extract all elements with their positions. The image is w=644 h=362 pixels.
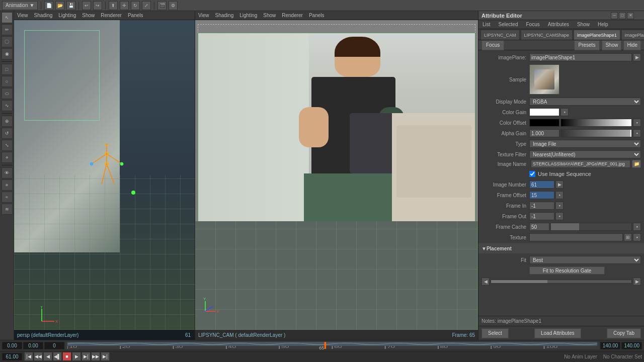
tab-imageplaneshape1[interactable]: imagePlaneShape1	[574, 30, 620, 40]
redo-icon[interactable]: ↪	[93, 1, 102, 10]
attr-show-menu[interactable]: Show	[576, 22, 591, 27]
attr-close-btn[interactable]: ✕	[627, 12, 634, 19]
go-start-btn[interactable]: |◀	[24, 352, 33, 361]
display-mode-dropdown[interactable]: RGBA	[529, 98, 641, 106]
timeline-ruler[interactable]: 10 20 30 40 50 60 70 80 90 100	[65, 342, 599, 349]
cam-viewport-content[interactable]: X Y	[195, 20, 478, 330]
undo-icon[interactable]: ↩	[82, 1, 91, 10]
cam-lighting-menu[interactable]: Lighting	[238, 13, 258, 18]
poly-cube-btn[interactable]: □	[2, 64, 13, 75]
scale-icon[interactable]: ⤡	[2, 140, 13, 151]
rotate-tool-icon[interactable]: ↻	[131, 1, 140, 10]
prev-frame-btn[interactable]: ◀	[43, 352, 52, 361]
3d-panels-menu[interactable]: Panels	[127, 13, 144, 18]
type-dropdown[interactable]: Image File	[529, 140, 641, 148]
go-end-btn[interactable]: ▶|	[101, 352, 110, 361]
play-back-btn[interactable]: ◀▌	[53, 352, 62, 361]
texture-input[interactable]	[529, 233, 623, 241]
next-key-btn[interactable]: ▶▶	[91, 352, 100, 361]
presets-button[interactable]: Presets	[574, 40, 600, 50]
attr-list-menu[interactable]: List	[481, 22, 492, 27]
move-icon[interactable]: ⊕	[2, 116, 13, 127]
texture-checker-btn[interactable]: ⊞	[624, 233, 632, 241]
attr-maximize-btn[interactable]: □	[619, 12, 626, 19]
viewport-cam[interactable]: View Shading Lighting Show Renderer Pane…	[195, 11, 478, 340]
color-offset-picker-btn[interactable]: ▪	[633, 119, 641, 127]
paint-btn[interactable]: ✏	[2, 24, 13, 35]
load-attributes-button[interactable]: Load Attributes	[534, 328, 581, 338]
3d-view-menu[interactable]: View	[16, 13, 29, 18]
focus-button[interactable]: Focus	[481, 40, 504, 50]
scroll-right-btn[interactable]: ▶	[633, 278, 641, 286]
attr-attributes-menu[interactable]: Attributes	[547, 22, 570, 27]
new-file-icon[interactable]: 📄	[44, 1, 53, 10]
attr-selected-menu[interactable]: Selected	[498, 22, 519, 27]
color-offset-slider[interactable]	[560, 119, 632, 127]
3d-renderer-menu[interactable]: Renderer	[100, 13, 123, 18]
nurbs-btn[interactable]: ∿	[2, 100, 13, 111]
3d-lighting-menu[interactable]: Lighting	[57, 13, 77, 18]
imageplane-input[interactable]	[529, 53, 632, 61]
alpha-gain-extra-btn[interactable]: ▪	[633, 129, 641, 137]
attr-focus-menu[interactable]: Focus	[525, 22, 540, 27]
next-frame-btn[interactable]: ▶|	[82, 352, 91, 361]
poly-sphere-btn[interactable]: ○	[2, 76, 13, 87]
frame-in-input[interactable]	[529, 202, 554, 210]
show-button[interactable]: Show	[602, 40, 621, 50]
cam-view-menu[interactable]: View	[197, 13, 210, 18]
play-fwd-btn[interactable]: ▶	[72, 352, 81, 361]
lasso-btn[interactable]: 〇	[2, 36, 13, 47]
image-name-input[interactable]	[531, 160, 630, 168]
cam-panels-menu[interactable]: Panels	[308, 13, 326, 18]
poly-cylinder-btn[interactable]: ⬭	[2, 88, 13, 99]
snap-icon[interactable]: ⋄	[2, 152, 13, 163]
cam-shading-menu[interactable]: Shading	[214, 13, 235, 18]
display-icon[interactable]: 👁	[2, 167, 13, 178]
tab-lipsync-cam[interactable]: LIPSYNC_CAM	[480, 30, 520, 40]
select-tool-icon[interactable]: ⬆	[109, 1, 118, 10]
soft-select-btn[interactable]: ◉	[2, 48, 13, 59]
viewport-3d[interactable]: View Shading Lighting Show Renderer Pane…	[14, 11, 195, 340]
frame-cache-extra-btn[interactable]: ▪	[633, 223, 641, 231]
stop-btn[interactable]: ■	[62, 352, 71, 361]
3d-viewport-content[interactable]: X Y	[14, 20, 195, 330]
alpha-gain-slider[interactable]	[560, 129, 632, 137]
move-tool-icon[interactable]: ✛	[120, 1, 129, 10]
select-button[interactable]: Select	[481, 328, 509, 338]
imageplane-expand-btn[interactable]: ▶	[633, 53, 641, 61]
tab-lipsync-camshape[interactable]: LIPSYNC_CAMShape	[521, 30, 573, 40]
attr-minimize-btn[interactable]: ─	[611, 12, 618, 19]
tab-imageplane2[interactable]: imagePlane2	[621, 30, 644, 40]
attr-icon[interactable]: ≋	[2, 204, 13, 215]
image-name-folder-btn[interactable]: 📁	[632, 160, 641, 168]
texture-extra-btn[interactable]: ▪	[633, 233, 641, 241]
frame-cache-slider[interactable]	[550, 223, 632, 231]
alpha-gain-input[interactable]	[529, 129, 559, 137]
scale-tool-icon[interactable]: ⤢	[142, 1, 151, 10]
texture-filter-dropdown[interactable]: Nearest(Unfiltered)	[529, 150, 641, 158]
open-file-icon[interactable]: 📂	[55, 1, 64, 10]
frame-offset-extra-btn[interactable]: ▪	[555, 191, 564, 199]
placement-section-header[interactable]: ▼ Placement	[478, 243, 644, 253]
color-gain-picker-btn[interactable]: ▪	[560, 108, 569, 116]
frame-out-extra-btn[interactable]: ▪	[555, 212, 564, 220]
color-offset-swatch[interactable]	[529, 119, 559, 127]
use-image-seq-checkbox[interactable]	[529, 171, 535, 177]
color-gain-swatch[interactable]	[529, 108, 559, 116]
scroll-left-btn[interactable]: ◀	[481, 278, 490, 286]
settings-icon[interactable]: ⚙	[169, 1, 178, 10]
3d-shading-menu[interactable]: Shading	[33, 13, 54, 18]
save-icon[interactable]: 💾	[66, 1, 75, 10]
hide-button[interactable]: Hide	[623, 40, 641, 50]
fit-dropdown[interactable]: Best	[529, 256, 641, 264]
attr-help-menu[interactable]: Help	[597, 22, 609, 27]
copy-tab-button[interactable]: Copy Tab	[607, 328, 641, 338]
prev-key-btn[interactable]: ◀◀	[34, 352, 43, 361]
cam-renderer-menu[interactable]: Renderer	[281, 13, 304, 18]
rotate-icon[interactable]: ↺	[2, 128, 13, 139]
channel-icon[interactable]: ≈	[2, 192, 13, 203]
fit-to-resolution-gate-btn[interactable]: Fit to Resolution Gate	[529, 266, 605, 275]
render-icon[interactable]: 🎬	[157, 1, 167, 10]
frame-cache-input[interactable]	[529, 223, 549, 231]
cam-show-menu[interactable]: Show	[262, 13, 277, 18]
